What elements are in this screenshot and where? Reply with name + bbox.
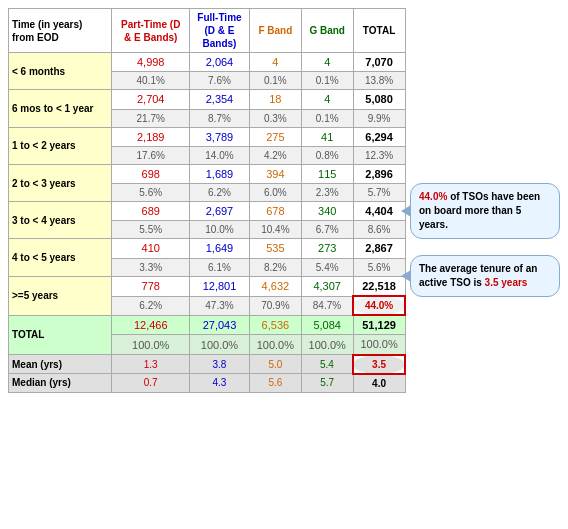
pct-r2-c1: 14.0% (189, 146, 249, 164)
count-r1-c2: 18 (249, 90, 301, 109)
pct-r5-c0: 3.3% (112, 258, 190, 276)
pct-r1-c1: 8.7% (189, 109, 249, 127)
count-r5-c2: 535 (249, 239, 301, 258)
count-r3-c1: 1,689 (189, 164, 249, 183)
total-count-c4: 51,129 (353, 315, 405, 335)
count-r2-c0: 2,189 (112, 127, 190, 146)
pct-r3-c2: 6.0% (249, 184, 301, 202)
callout-44-accent: 44.0% (419, 191, 447, 202)
pct-r0-c0: 40.1% (112, 72, 190, 90)
total-count-c1: 27,043 (189, 315, 249, 335)
median-c4: 4.0 (353, 374, 405, 393)
count-r6-c2: 4,632 (249, 276, 301, 296)
pct-r4-c2: 10.4% (249, 221, 301, 239)
header-fulltime: Full-Time(D & EBands) (189, 9, 249, 53)
median-c1: 4.3 (189, 374, 249, 393)
pct-r1-c4: 9.9% (353, 109, 405, 127)
row-label-0: < 6 months (9, 53, 112, 90)
mean-c1: 3.8 (189, 355, 249, 374)
pct-r3-c1: 6.2% (189, 184, 249, 202)
count-r2-c1: 3,789 (189, 127, 249, 146)
table-wrap: Time (in years)from EOD Part-Time (D& E … (8, 8, 406, 393)
header-total: TOTAL (353, 9, 405, 53)
header-time: Time (in years)from EOD (9, 9, 112, 53)
median-c3: 5.7 (301, 374, 353, 393)
total-pct-c3: 100.0% (301, 335, 353, 355)
count-r1-c4: 5,080 (353, 90, 405, 109)
count-r3-c3: 115 (301, 164, 353, 183)
pct-r6-c3: 84.7% (301, 296, 353, 315)
pct-r0-c2: 0.1% (249, 72, 301, 90)
main-container: Time (in years)from EOD Part-Time (D& E … (0, 0, 568, 401)
count-r6-c4: 22,518 (353, 276, 405, 296)
total-pct-c1: 100.0% (189, 335, 249, 355)
callout-area: 44.0% of TSOs have been on board more th… (410, 8, 560, 393)
count-r4-c1: 2,697 (189, 202, 249, 221)
pct-r0-c4: 13.8% (353, 72, 405, 90)
pct-r6-c4: 44.0% (353, 296, 405, 315)
total-count-c3: 5,084 (301, 315, 353, 335)
pct-r2-c4: 12.3% (353, 146, 405, 164)
total-count-c2: 6,536 (249, 315, 301, 335)
median-label: Median (yrs) (9, 374, 112, 393)
pct-r4-c0: 5.5% (112, 221, 190, 239)
count-r1-c1: 2,354 (189, 90, 249, 109)
header-fband: F Band (249, 9, 301, 53)
data-table: Time (in years)from EOD Part-Time (D& E … (8, 8, 406, 393)
count-r3-c0: 698 (112, 164, 190, 183)
count-r2-c2: 275 (249, 127, 301, 146)
pct-r5-c4: 5.6% (353, 258, 405, 276)
pct-r3-c4: 5.7% (353, 184, 405, 202)
row-label-3: 2 to < 3 years (9, 164, 112, 201)
callout-35-accent: 3.5 years (485, 277, 528, 288)
count-r3-c4: 2,896 (353, 164, 405, 183)
count-r5-c0: 410 (112, 239, 190, 258)
count-r6-c1: 12,801 (189, 276, 249, 296)
count-r0-c0: 4,998 (112, 53, 190, 72)
pct-r6-c2: 70.9% (249, 296, 301, 315)
callout-44: 44.0% of TSOs have been on board more th… (410, 183, 560, 239)
count-r4-c4: 4,404 (353, 202, 405, 221)
pct-r2-c0: 17.6% (112, 146, 190, 164)
count-r6-c0: 778 (112, 276, 190, 296)
count-r2-c4: 6,294 (353, 127, 405, 146)
count-r0-c2: 4 (249, 53, 301, 72)
mean-c0: 1.3 (112, 355, 190, 374)
pct-r5-c2: 8.2% (249, 258, 301, 276)
count-r3-c2: 394 (249, 164, 301, 183)
mean-c2: 5.0 (249, 355, 301, 374)
pct-r1-c3: 0.1% (301, 109, 353, 127)
median-c2: 5.6 (249, 374, 301, 393)
pct-r1-c0: 21.7% (112, 109, 190, 127)
row-label-1: 6 mos to < 1 year (9, 90, 112, 127)
mean-label: Mean (yrs) (9, 355, 112, 374)
header-gband: G Band (301, 9, 353, 53)
count-r2-c3: 41 (301, 127, 353, 146)
total-label: TOTAL (9, 315, 112, 355)
count-r5-c1: 1,649 (189, 239, 249, 258)
pct-r5-c3: 5.4% (301, 258, 353, 276)
row-label-6: >=5 years (9, 276, 112, 315)
count-r4-c2: 678 (249, 202, 301, 221)
row-label-4: 3 to < 4 years (9, 202, 112, 239)
count-r1-c3: 4 (301, 90, 353, 109)
pct-r4-c4: 8.6% (353, 221, 405, 239)
count-r6-c3: 4,307 (301, 276, 353, 296)
pct-r6-c0: 6.2% (112, 296, 190, 315)
mean-c3: 5.4 (301, 355, 353, 374)
pct-r6-c1: 47.3% (189, 296, 249, 315)
count-r0-c1: 2,064 (189, 53, 249, 72)
pct-r3-c3: 2.3% (301, 184, 353, 202)
pct-r3-c0: 5.6% (112, 184, 190, 202)
pct-r1-c2: 0.3% (249, 109, 301, 127)
total-count-c0: 12,466 (112, 315, 190, 335)
total-pct-c4: 100.0% (353, 335, 405, 355)
row-label-2: 1 to < 2 years (9, 127, 112, 164)
count-r1-c0: 2,704 (112, 90, 190, 109)
pct-r4-c1: 10.0% (189, 221, 249, 239)
count-r5-c4: 2,867 (353, 239, 405, 258)
median-c0: 0.7 (112, 374, 190, 393)
count-r0-c4: 7,070 (353, 53, 405, 72)
pct-r0-c1: 7.6% (189, 72, 249, 90)
header-parttime: Part-Time (D& E Bands) (112, 9, 190, 53)
